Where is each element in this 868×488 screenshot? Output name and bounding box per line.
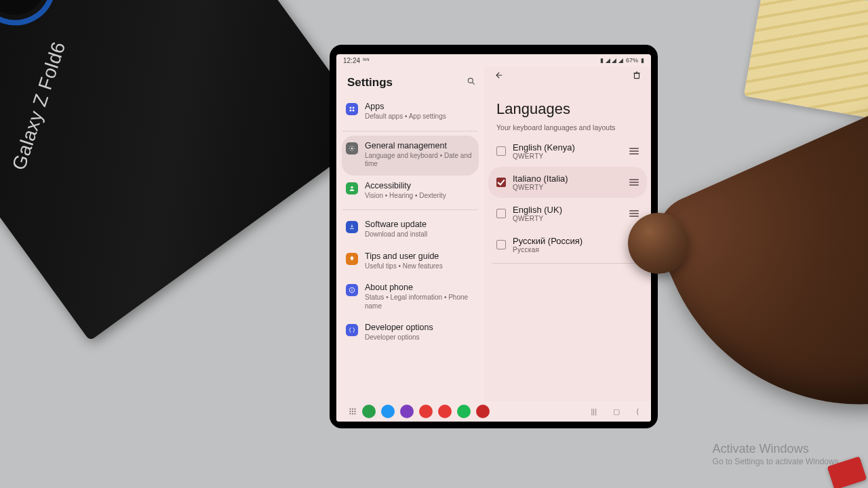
settings-item-accessibility[interactable]: AccessibilityVision • Hearing • Dexterit… (342, 176, 479, 207)
info-icon (346, 284, 358, 296)
settings-title: Settings (347, 76, 393, 89)
settings-item-tips-and-user-guide[interactable]: Tips and user guideUseful tips • New fea… (342, 246, 479, 278)
languages-pane: Languages Your keyboard languages and la… (484, 66, 651, 401)
dock-app-youtube[interactable] (438, 405, 452, 418)
language-item--[interactable]: Русский (Россия)Русская (488, 229, 647, 260)
svg-point-21 (350, 413, 351, 415)
settings-item-general-management[interactable]: General managementLanguage and keyboard … (342, 136, 479, 176)
language-checkbox[interactable] (496, 146, 506, 156)
drag-handle-icon[interactable] (629, 148, 639, 155)
bulb-icon (346, 253, 358, 265)
settings-item-title: Apps (365, 102, 475, 112)
gear-icon (346, 142, 358, 155)
status-bar: 12:24 ᴺᴺ ▮ ◢ ◢ ◢ 67% ▮ (336, 54, 651, 66)
language-name: English (Kenya) (513, 142, 623, 152)
settings-item-title: General management (365, 141, 475, 151)
language-item-italiano-italia-[interactable]: Italiano (Italia)QWERTY (488, 167, 647, 198)
svg-point-7 (351, 186, 353, 188)
drag-handle-icon[interactable] (629, 210, 639, 217)
settings-divider (343, 131, 477, 131)
phone-frame: 12:24 ᴺᴺ ▮ ◢ ◢ ◢ 67% ▮ Settings AppsDefa… (330, 45, 658, 428)
settings-item-software-update[interactable]: Software updateDownload and install (342, 214, 479, 246)
dock-app-messages[interactable] (381, 405, 395, 418)
svg-point-6 (351, 147, 353, 149)
svg-rect-4 (350, 110, 352, 112)
search-icon (467, 77, 476, 86)
grid-icon (346, 103, 358, 115)
language-checkbox[interactable] (496, 240, 506, 249)
language-name: English (UK) (513, 205, 623, 215)
screen: 12:24 ᴺᴺ ▮ ◢ ◢ ◢ 67% ▮ Settings AppsDefa… (336, 54, 651, 422)
status-battery: 67% (626, 57, 638, 64)
lang-list-divider (492, 263, 643, 264)
settings-item-title: Accessibility (365, 181, 475, 191)
settings-item-subtitle: Vision • Hearing • Dexterity (365, 192, 475, 201)
nav-home-button[interactable]: ▢ (613, 407, 620, 416)
settings-item-subtitle: Status • Legal information • Phone name (365, 293, 475, 310)
svg-rect-5 (353, 110, 355, 112)
nav-back-button[interactable]: ⟨ (636, 407, 639, 416)
nav-recent-button[interactable]: ||| (591, 407, 597, 416)
svg-rect-9 (352, 289, 353, 291)
language-item-english-kenya-[interactable]: English (Kenya)QWERTY (488, 136, 647, 167)
dock-app-spotify[interactable] (457, 405, 471, 418)
drag-handle-icon[interactable] (629, 179, 639, 186)
settings-item-title: Software update (365, 220, 475, 230)
braces-icon (346, 324, 358, 336)
delete-button[interactable] (632, 70, 642, 83)
settings-item-subtitle: Useful tips • New features (365, 262, 475, 271)
language-checkbox[interactable] (496, 178, 506, 187)
language-item-english-uk-[interactable]: English (UK)QWERTY (488, 198, 647, 229)
wood-prop (744, 0, 868, 119)
watermark-line1: Activate Windows (713, 441, 841, 457)
back-arrow-icon (494, 70, 503, 80)
languages-title: Languages (484, 87, 651, 123)
settings-item-subtitle: Default apps • App settings (365, 113, 475, 121)
svg-point-19 (352, 411, 353, 412)
language-layout: QWERTY (513, 152, 623, 160)
settings-item-title: Developer options (365, 323, 475, 333)
dock-app-app-red[interactable] (419, 405, 433, 418)
dock-app-pdf[interactable] (476, 405, 490, 418)
app-drawer-icon[interactable] (349, 407, 357, 415)
drag-handle-icon[interactable] (629, 241, 639, 248)
settings-item-apps[interactable]: AppsDefault apps • App settings (342, 96, 479, 128)
language-layout: QWERTY (513, 184, 623, 191)
search-button[interactable] (467, 77, 476, 89)
trash-icon (632, 70, 642, 80)
person-icon (346, 182, 358, 195)
settings-item-title: About phone (365, 283, 475, 293)
settings-pane: Settings AppsDefault apps • App settings… (336, 66, 484, 401)
svg-point-23 (355, 413, 356, 415)
dock-app-phone[interactable] (362, 405, 376, 418)
settings-item-about-phone[interactable]: About phoneStatus • Legal information • … (342, 277, 479, 317)
watermark-line2: Go to Settings to activate Windows. (713, 457, 841, 468)
status-icons-left: ᴺᴺ (363, 57, 370, 64)
battery-icon: ▮ (641, 57, 644, 64)
svg-rect-2 (350, 107, 352, 109)
language-layout: Русская (513, 246, 623, 253)
language-name: Italiano (Italia) (513, 174, 623, 184)
svg-rect-12 (635, 73, 639, 79)
svg-point-17 (355, 409, 356, 410)
windows-watermark: Activate Windows Go to Settings to activ… (713, 441, 841, 468)
svg-point-15 (350, 409, 351, 410)
back-button[interactable] (494, 70, 503, 83)
settings-divider (343, 209, 477, 210)
svg-point-0 (468, 78, 473, 83)
taskbar: ||| ▢ ⟨ (336, 401, 651, 422)
status-time: 12:24 (343, 57, 360, 64)
download-icon (346, 221, 358, 233)
svg-rect-10 (352, 289, 353, 289)
dock-app-viber[interactable] (400, 405, 414, 418)
settings-item-subtitle: Language and keyboard • Date and time (365, 152, 475, 169)
languages-subtitle: Your keyboard languages and layouts (484, 123, 651, 136)
settings-item-subtitle: Download and install (365, 230, 475, 239)
language-checkbox[interactable] (496, 209, 506, 218)
svg-rect-3 (353, 107, 355, 109)
box-logo (0, 0, 66, 36)
settings-item-developer-options[interactable]: Developer optionsDeveloper options (342, 317, 479, 349)
settings-item-title: Tips and user guide (365, 251, 475, 262)
svg-line-1 (472, 82, 474, 84)
svg-point-16 (352, 409, 353, 410)
